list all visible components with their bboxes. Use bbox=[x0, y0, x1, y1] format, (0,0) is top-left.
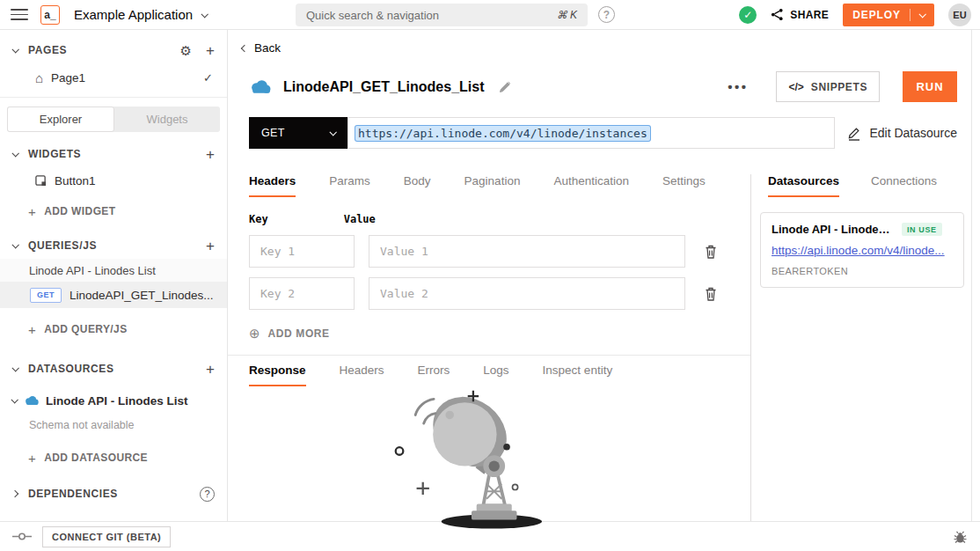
method-badge: GET bbox=[30, 288, 62, 303]
help-icon[interactable]: ? bbox=[598, 6, 615, 23]
dependencies-help-icon[interactable]: ? bbox=[200, 487, 215, 502]
add-page-button[interactable]: + bbox=[206, 43, 215, 58]
datasource-card-url-link[interactable]: https://api.linode.com/v4/linode... bbox=[772, 244, 953, 257]
delete-row-button[interactable] bbox=[705, 287, 717, 301]
pages-section-header[interactable]: PAGES ⚙ + bbox=[0, 37, 227, 63]
chevron-down-icon bbox=[329, 129, 336, 136]
datasource-card-title: Linode API - Linodes L... bbox=[772, 223, 895, 236]
dependencies-section-header[interactable]: DEPENDENCIES ? bbox=[0, 481, 227, 507]
sidebar-item-page1[interactable]: ⌂ Page1 ✓ bbox=[0, 63, 227, 92]
add-query-plus-icon[interactable]: + bbox=[206, 239, 215, 253]
search-shortcut: ⌘ K bbox=[557, 9, 577, 21]
snippets-label: SNIPPETS bbox=[811, 81, 867, 93]
chevron-down-icon[interactable] bbox=[11, 46, 18, 53]
pages-settings-icon[interactable]: ⚙ bbox=[180, 44, 192, 57]
tab-pagination[interactable]: Pagination bbox=[464, 174, 521, 195]
in-use-badge: IN USE bbox=[902, 223, 942, 236]
tab-response[interactable]: Response bbox=[249, 364, 306, 386]
tab-inspect-entity[interactable]: Inspect entity bbox=[543, 364, 613, 385]
key-column-label: Key bbox=[249, 213, 268, 225]
datasources-header-label: DATASOURCES bbox=[28, 363, 114, 375]
app-title-menu[interactable]: Example Application bbox=[74, 7, 207, 22]
datasources-panel: Datasources Connections Linode API - Lin… bbox=[750, 174, 971, 521]
trash-icon bbox=[705, 245, 717, 259]
chevron-down-icon[interactable] bbox=[11, 396, 18, 403]
widgets-section-header[interactable]: WIDGETS + bbox=[0, 141, 227, 167]
tab-params[interactable]: Params bbox=[329, 174, 370, 195]
url-input[interactable]: https://api.linode.com/v4/linode/instanc… bbox=[347, 117, 835, 149]
query-group-label: Linode API - Linodes List bbox=[0, 259, 227, 282]
tab-logs[interactable]: Logs bbox=[483, 364, 508, 385]
edit-name-pencil-icon[interactable] bbox=[498, 80, 512, 94]
sidebar-item-datasource[interactable]: Linode API - Linodes List bbox=[0, 387, 227, 414]
chevron-right-icon[interactable] bbox=[11, 490, 18, 497]
tab-headers[interactable]: Headers bbox=[249, 174, 296, 197]
tab-authentication[interactable]: Authentication bbox=[553, 174, 629, 195]
add-datasource-button[interactable]: + ADD DATASOURCE bbox=[0, 444, 227, 472]
tab-datasources[interactable]: Datasources bbox=[768, 174, 839, 197]
datasource-card-auth-type: BEARERTOKEN bbox=[772, 266, 953, 276]
response-empty-state bbox=[228, 386, 750, 531]
debug-bug-icon[interactable] bbox=[953, 530, 968, 544]
app-logo-text: a_ bbox=[44, 9, 55, 21]
add-datasource-plus-icon[interactable]: + bbox=[206, 362, 215, 377]
back-button[interactable]: Back bbox=[228, 30, 971, 55]
method-dropdown[interactable]: GET bbox=[249, 117, 347, 149]
tab-body[interactable]: Body bbox=[404, 174, 431, 195]
response-divider bbox=[228, 355, 750, 356]
query-title: LinodeAPI_GET_Linodes_List bbox=[283, 79, 484, 95]
chevron-down-icon[interactable] bbox=[11, 150, 18, 157]
deploy-chevron-icon[interactable] bbox=[918, 11, 925, 18]
deploy-button[interactable]: DEPLOY bbox=[843, 4, 934, 26]
sidebar-item-button1[interactable]: Button1 bbox=[0, 167, 227, 194]
snippets-button[interactable]: </> SNIPPETS bbox=[776, 71, 880, 102]
tab-widgets[interactable]: Widgets bbox=[114, 107, 220, 132]
tab-response-headers[interactable]: Headers bbox=[340, 364, 384, 385]
user-avatar[interactable]: EU bbox=[948, 4, 971, 26]
datasource-card[interactable]: Linode API - Linodes L... IN USE https:/… bbox=[760, 212, 964, 288]
tab-explorer[interactable]: Explorer bbox=[7, 107, 114, 132]
queries-header-label: QUERIES/JS bbox=[28, 239, 97, 252]
delete-row-button[interactable] bbox=[705, 245, 717, 259]
sidebar-item-query[interactable]: GET LinodeAPI_GET_Linodes... bbox=[0, 282, 227, 308]
datasources-section-header[interactable]: DATASOURCES + bbox=[0, 356, 227, 382]
more-options-button[interactable]: ••• bbox=[728, 79, 748, 94]
key-input-1[interactable] bbox=[249, 235, 355, 268]
quick-search-input[interactable]: Quick search & navigation ⌘ K bbox=[296, 4, 588, 26]
plus-circle-icon: ⊕ bbox=[249, 327, 260, 340]
sidebar-divider bbox=[0, 97, 227, 98]
widget-name: Button1 bbox=[55, 174, 96, 187]
queries-section-header[interactable]: QUERIES/JS + bbox=[0, 232, 227, 259]
share-button[interactable]: SHARE bbox=[771, 8, 829, 21]
connect-git-button[interactable]: CONNECT GIT (BETA) bbox=[42, 526, 171, 547]
dependencies-header-label: DEPENDENCIES bbox=[28, 488, 118, 500]
key-input-2[interactable] bbox=[249, 277, 355, 310]
value-input-2[interactable] bbox=[369, 277, 685, 310]
edit-datasource-button[interactable]: Edit Datasource bbox=[847, 126, 957, 141]
response-tabs: Response Headers Errors Logs Inspect ent… bbox=[228, 364, 750, 386]
api-editor-pane: Back LinodeAPI_GET_Linodes_List ••• </> … bbox=[228, 30, 972, 521]
page-name: Page1 bbox=[51, 71, 85, 84]
top-bar: a_ Example Application Quick search & na… bbox=[0, 0, 980, 30]
add-query-button[interactable]: + ADD QUERY/JS bbox=[0, 315, 227, 343]
add-datasource-label: ADD DATASOURCE bbox=[44, 452, 148, 464]
add-widget-plus-icon[interactable]: + bbox=[206, 147, 215, 162]
header-row-1 bbox=[249, 235, 729, 268]
add-widget-button[interactable]: + ADD WIDGET bbox=[0, 197, 227, 225]
value-input-1[interactable] bbox=[369, 235, 685, 268]
chevron-down-icon[interactable] bbox=[11, 241, 18, 248]
tab-errors[interactable]: Errors bbox=[418, 364, 450, 385]
widgets-header-label: WIDGETS bbox=[28, 148, 81, 160]
tab-settings[interactable]: Settings bbox=[662, 174, 706, 195]
chevron-down-icon[interactable] bbox=[11, 364, 18, 371]
deploy-label: DEPLOY bbox=[852, 9, 901, 21]
add-more-button[interactable]: ⊕ ADD MORE bbox=[249, 327, 729, 340]
hamburger-menu-icon[interactable] bbox=[11, 9, 28, 20]
topbar-actions: ✓ SHARE DEPLOY EU bbox=[739, 4, 971, 26]
datasource-panel-tabs: Datasources Connections bbox=[751, 174, 971, 201]
app-logo[interactable]: a_ bbox=[40, 5, 60, 25]
share-label: SHARE bbox=[790, 9, 829, 21]
tab-connections[interactable]: Connections bbox=[871, 174, 937, 195]
explorer-widgets-switcher: Explorer Widgets bbox=[7, 107, 220, 132]
run-button[interactable]: RUN bbox=[903, 71, 957, 102]
